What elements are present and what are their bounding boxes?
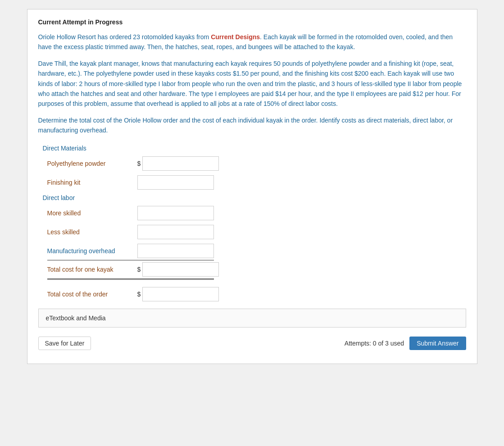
submit-button[interactable]: Submit Answer xyxy=(409,337,466,350)
finishing-kit-input[interactable] xyxy=(137,175,214,190)
attempt-header: Current Attempt in Progress xyxy=(38,18,466,26)
polyethylene-row: Polyethylene powder $ xyxy=(47,156,466,171)
manufacturing-overhead-row: Manufacturing overhead xyxy=(47,244,466,258)
finishing-kit-row: Finishing kit xyxy=(47,175,466,190)
double-underline xyxy=(47,278,214,280)
more-skilled-row: More skilled xyxy=(47,206,466,220)
total-order-row: Total cost of the order $ xyxy=(47,287,466,301)
direct-labor-label: Direct labor xyxy=(43,194,466,201)
brand-name: Current Designs xyxy=(211,33,260,41)
less-skilled-input[interactable] xyxy=(137,225,214,239)
dollar-sign-total: $ xyxy=(137,266,141,273)
total-cost-label: Total cost for one kayak xyxy=(47,266,137,273)
more-skilled-input[interactable] xyxy=(137,206,214,220)
paragraph-1-text-before: Oriole Hollow Resort has ordered 23 roto… xyxy=(38,33,211,41)
etextbook-box: eTextbook and Media xyxy=(38,309,466,328)
save-button[interactable]: Save for Later xyxy=(38,337,91,350)
finishing-kit-label: Finishing kit xyxy=(47,179,137,186)
total-order-input[interactable] xyxy=(142,287,219,301)
total-cost-row: Total cost for one kayak $ xyxy=(47,262,466,277)
single-underline xyxy=(47,260,214,260)
polyethylene-input[interactable] xyxy=(142,156,219,171)
question-text: Determine the total cost of the Oriole H… xyxy=(38,115,466,136)
attempts-text: Attempts: 0 of 3 used xyxy=(345,340,404,347)
footer-right: Attempts: 0 of 3 used Submit Answer xyxy=(345,337,466,350)
total-order-label: Total cost of the order xyxy=(47,291,137,298)
less-skilled-label: Less skilled xyxy=(47,228,137,236)
paragraph-1: Oriole Hollow Resort has ordered 23 roto… xyxy=(38,32,466,52)
more-skilled-label: More skilled xyxy=(47,209,137,217)
dollar-sign-1: $ xyxy=(137,160,141,167)
less-skilled-row: Less skilled xyxy=(47,225,466,239)
footer-row: Save for Later Attempts: 0 of 3 used Sub… xyxy=(38,337,466,350)
manufacturing-overhead-label: Manufacturing overhead xyxy=(47,247,137,255)
paragraph-2: Dave Thill, the kayak plant manager, kno… xyxy=(38,59,466,109)
main-container: Current Attempt in Progress Oriole Hollo… xyxy=(27,9,477,364)
direct-materials-label: Direct Materials xyxy=(43,145,466,152)
dollar-sign-order: $ xyxy=(137,291,141,298)
total-cost-input[interactable] xyxy=(142,262,219,277)
polyethylene-label: Polyethylene powder xyxy=(47,160,137,167)
manufacturing-overhead-input[interactable] xyxy=(137,244,214,258)
etextbook-label: eTextbook and Media xyxy=(46,314,106,322)
